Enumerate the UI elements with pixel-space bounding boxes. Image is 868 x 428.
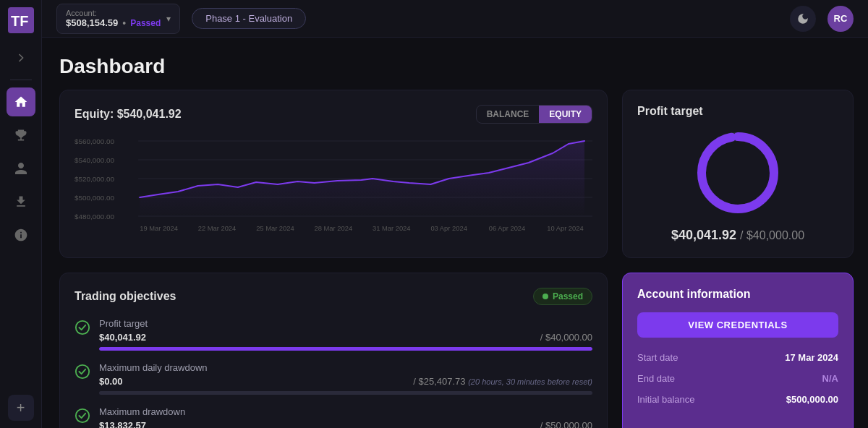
svg-text:$480,000.00: $480,000.00 [75,213,114,220]
theme-toggle-button[interactable] [790,6,816,32]
svg-text:$560,000.00: $560,000.00 [75,137,114,145]
objective-content-max: Maximum drawdown $13,832.57 / $50,000.00 [99,406,592,428]
objective-main-value-profit: $40,041.92 [99,332,146,343]
passed-badge: Passed [533,288,592,305]
svg-text:$540,000.00: $540,000.00 [75,156,114,163]
progress-bar-profit [99,347,592,351]
objective-target-value-max: / $50,000.00 [540,420,592,428]
passed-label: Passed [553,291,583,301]
passed-dot [542,294,548,299]
start-date-value: 17 Mar 2024 [785,352,838,363]
equity-chart: $560,000.00 $540,000.00 $520,000.00 $500… [75,135,592,236]
equity-card: Equity: $540,041.92 BALANCE EQUITY $560,… [59,90,608,258]
objective-target-value-profit: / $40,000.00 [540,332,592,343]
account-label: Account: [66,9,161,17]
objective-check-icon-daily [75,364,90,380]
account-info-card: Account information VIEW CREDENTIALS Sta… [622,273,854,428]
phase-badge[interactable]: Phase 1 - Evaluation [192,8,306,29]
account-value: $508,154.59 [66,17,118,28]
start-date-label: Start date [637,352,678,363]
sidebar-item-trophy[interactable] [7,121,35,150]
info-row-end-date: End date N/A [637,373,838,384]
svg-text:25 Mar 2024: 25 Mar 2024 [256,225,294,232]
account-info-title: Account information [637,288,838,301]
svg-text:28 Mar 2024: 28 Mar 2024 [315,225,353,232]
sidebar-item-person[interactable] [7,154,35,183]
profit-amount: $40,041.92 / $40,000.00 [671,228,804,243]
svg-text:22 Mar 2024: 22 Mar 2024 [198,225,237,232]
objective-row-max: Maximum drawdown $13,832.57 / $50,000.00 [75,406,592,428]
account-passed-label: Passed [130,18,161,28]
end-date-label: End date [637,373,675,384]
svg-point-22 [702,137,774,209]
objective-target-value-daily: / $25,407.73 (20 hours, 30 minutes befor… [413,376,592,387]
info-row-start-date: Start date 17 Mar 2024 [637,352,838,363]
page-title: Dashboard [59,55,854,78]
objective-content-daily: Maximum daily drawdown $0.00 / $25,407.7… [99,362,592,395]
objective-check-icon-profit [75,320,90,335]
toggle-balance-button[interactable]: BALANCE [477,106,540,123]
sidebar-item-upload[interactable] [7,187,35,216]
view-credentials-button[interactable]: VIEW CREDENTIALS [637,312,838,338]
toggle-equity-button[interactable]: EQUITY [539,106,592,123]
sidebar-item-home[interactable] [7,87,35,116]
trading-objectives-card: Trading objectives Passed Profit target [59,273,608,428]
objective-check-icon-max [75,408,90,424]
svg-point-24 [76,365,89,378]
account-selector[interactable]: Account: $508,154.59 • Passed ▾ [56,4,180,34]
logo: TF [8,7,34,33]
avatar[interactable]: RC [827,6,854,32]
initial-balance-label: Initial balance [637,394,695,405]
end-date-value: N/A [822,373,838,384]
sidebar-add-button[interactable]: + [8,395,34,421]
svg-text:19 Mar 2024: 19 Mar 2024 [140,225,178,232]
sidebar: TF + [0,0,42,428]
svg-text:06 Apr 2024: 06 Apr 2024 [489,225,526,232]
profit-target-title: Profit target [637,105,703,118]
svg-point-25 [76,409,89,422]
progress-bar-daily [99,391,592,395]
sidebar-item-chevron[interactable] [7,43,35,72]
profit-target-card: Profit target $40,041.92 / $40,000.00 [622,90,854,258]
svg-text:10 Apr 2024: 10 Apr 2024 [547,225,584,232]
objective-label-profit: Profit target [99,318,592,329]
chart-toggle: BALANCE EQUITY [476,105,592,124]
sidebar-item-info[interactable] [7,221,35,249]
svg-text:$500,000.00: $500,000.00 [75,194,114,201]
svg-text:03 Apr 2024: 03 Apr 2024 [430,225,467,232]
objective-row-profit: Profit target $40,041.92 / $40,000.00 [75,318,592,351]
objective-label-max: Maximum drawdown [99,406,592,417]
info-row-initial-balance: Initial balance $500,000.00 [637,394,838,405]
progress-fill-profit [99,347,592,351]
sidebar-divider [10,80,32,80]
equity-title: Equity: $540,041.92 [75,108,182,121]
initial-balance-value: $500,000.00 [786,394,838,405]
svg-point-23 [76,321,89,334]
svg-text:$520,000.00: $520,000.00 [75,175,114,182]
objective-content-profit: Profit target $40,041.92 / $40,000.00 [99,318,592,351]
objective-main-value-max: $13,832.57 [99,420,146,428]
trading-objectives-title: Trading objectives [75,290,176,303]
topbar: Account: $508,154.59 • Passed ▾ Phase 1 … [42,0,868,38]
account-chevron-icon: ▾ [166,14,171,24]
profit-target-donut [694,129,781,216]
svg-text:TF: TF [11,13,28,29]
objective-row-daily: Maximum daily drawdown $0.00 / $25,407.7… [75,362,592,395]
objective-label-daily: Maximum daily drawdown [99,362,592,373]
svg-text:31 Mar 2024: 31 Mar 2024 [373,225,411,232]
objective-main-value-daily: $0.00 [99,376,123,387]
